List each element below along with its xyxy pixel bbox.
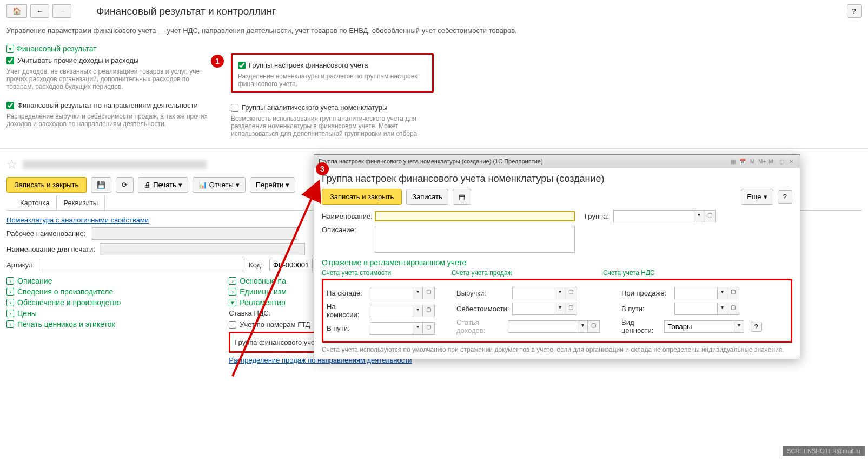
input-workname[interactable]: [92, 227, 297, 240]
dropdown-caret[interactable]: ▾: [555, 287, 565, 299]
checkbox-gtd[interactable]: [229, 321, 236, 329]
col2-header: Счета учета продаж: [452, 269, 581, 277]
hint-text: Возможность использования групп аналитич…: [231, 115, 426, 137]
mminus-icon[interactable]: M-: [767, 157, 776, 166]
dialog-more-button[interactable]: Еще ▾: [741, 189, 773, 205]
input-group[interactable]: [613, 210, 694, 222]
dropdown-caret[interactable]: ▾: [413, 287, 423, 299]
close-icon[interactable]: ✕: [787, 157, 796, 166]
input-name[interactable]: [375, 211, 575, 221]
tab-requisites[interactable]: Реквизиты: [56, 195, 105, 210]
hint-text: Учет доходов, не связанных с реализацией…: [6, 68, 212, 90]
goto-button[interactable]: Перейти ▾: [250, 177, 296, 193]
label-fingroup: Группа финансового учета:: [235, 338, 323, 346]
list-icon: ▤: [459, 193, 465, 201]
open-icon[interactable]: ▢: [588, 320, 600, 333]
refresh-button[interactable]: ⟳: [116, 177, 134, 193]
dropdown-caret[interactable]: ▾: [694, 210, 704, 222]
input-income-item[interactable]: [508, 320, 578, 333]
arrow-left-icon: ←: [36, 7, 43, 15]
calc-icon[interactable]: ▦: [728, 157, 737, 166]
reports-button[interactable]: 📊Отчеты ▾: [193, 177, 246, 193]
expand-icon: ›: [229, 277, 236, 285]
calendar-icon[interactable]: 📅: [738, 157, 747, 166]
home-icon: 🏠: [12, 7, 21, 15]
save-close-button[interactable]: Записать и закрыть: [6, 177, 87, 193]
input-desc[interactable]: [375, 226, 575, 253]
label-name: Наименование:: [322, 212, 370, 220]
input-commission[interactable]: [370, 305, 413, 317]
open-icon[interactable]: ▢: [423, 287, 435, 299]
checkbox-analytic-groups[interactable]: [231, 104, 238, 112]
input-revenue[interactable]: [512, 287, 555, 299]
checkbox-other-income[interactable]: [6, 57, 14, 64]
minimize-icon[interactable]: ▢: [777, 157, 786, 166]
dropdown-caret[interactable]: ▾: [578, 320, 588, 333]
input-code[interactable]: [269, 259, 313, 271]
input-printname[interactable]: [100, 243, 305, 255]
star-icon[interactable]: ☆: [6, 158, 17, 172]
mplus-icon[interactable]: M+: [758, 157, 766, 166]
dropdown-caret[interactable]: ▾: [718, 303, 727, 315]
checkbox-by-directions[interactable]: [6, 102, 14, 109]
link-description[interactable]: ›Описание: [6, 277, 121, 285]
expand-icon: ›: [6, 288, 14, 296]
save-button[interactable]: 💾: [91, 177, 111, 193]
open-icon[interactable]: ▢: [565, 303, 577, 315]
expand-icon: ›: [6, 310, 14, 317]
col3-header: Счета учета НДС: [603, 269, 733, 277]
input-transit[interactable]: [370, 322, 413, 335]
dialog-save-close-button[interactable]: Записать и закрыть: [322, 189, 402, 205]
collapse-icon: ▾: [6, 45, 14, 53]
input-cost[interactable]: [512, 303, 555, 315]
dropdown-caret[interactable]: ▾: [555, 303, 565, 315]
home-button[interactable]: 🏠: [6, 4, 27, 18]
col1-header: Счета учета стоимости: [322, 269, 430, 277]
dropdown-caret[interactable]: ▾: [413, 322, 423, 335]
section-regulated: Отражение в регламентированном учете: [322, 258, 792, 267]
hint-text: Распределение выручки и себестоимости пр…: [6, 113, 212, 128]
print-button[interactable]: 🖨Печать ▾: [138, 177, 188, 193]
open-icon[interactable]: ▢: [727, 287, 739, 299]
print-icon: 🖨: [144, 181, 151, 189]
report-icon: 📊: [198, 181, 207, 189]
help-button[interactable]: ?: [847, 4, 862, 18]
input-stock[interactable]: [370, 287, 413, 299]
tab-card[interactable]: Карточка: [13, 195, 56, 210]
label-printname: Наименование для печати:: [6, 245, 95, 253]
dialog-save-button[interactable]: Записать: [406, 189, 448, 205]
open-icon[interactable]: ▢: [704, 210, 716, 222]
section-toggle-finresult[interactable]: ▾ Финансовый результат: [6, 44, 862, 53]
link-provision[interactable]: ›Обеспечение и производство: [6, 298, 121, 307]
checkbox-label: Группы настроек финансового учета: [249, 61, 368, 69]
dropdown-caret[interactable]: ▾: [718, 287, 727, 299]
dialog-fingroup-create: Группа настроек финансового учета номенк…: [314, 154, 800, 359]
open-icon[interactable]: ▢: [565, 287, 577, 299]
open-icon[interactable]: ▢: [727, 303, 739, 315]
input-value-type[interactable]: [664, 320, 734, 333]
arrow-right-icon: →: [58, 7, 65, 15]
link-prices[interactable]: ›Цены: [6, 309, 121, 318]
watermark: SCREENSHOTER@mail.ru: [783, 446, 865, 456]
forward-button[interactable]: →: [52, 4, 71, 18]
dialog-title: Группа настроек финансового учета номенк…: [322, 173, 792, 185]
input-vat-transit[interactable]: [674, 303, 718, 315]
input-vat-sale[interactable]: [674, 287, 718, 299]
dialog-help-button[interactable]: ?: [778, 190, 792, 204]
annotation-badge-1: 1: [211, 55, 224, 68]
open-icon[interactable]: ▢: [423, 322, 435, 335]
dropdown-caret[interactable]: ▾: [413, 305, 423, 317]
input-sku[interactable]: [39, 259, 244, 271]
checkbox-fin-groups[interactable]: [238, 62, 246, 69]
link-print-tags[interactable]: ›Печать ценников и этикеток: [6, 320, 121, 329]
label-group: Группа:: [585, 212, 609, 220]
link-manufacturer[interactable]: ›Сведения о производителе: [6, 287, 121, 296]
m-icon[interactable]: M: [748, 157, 757, 166]
similar-items-link[interactable]: Номенклатура с аналогичными свойствами: [6, 216, 149, 224]
help-value-type[interactable]: ?: [751, 322, 762, 332]
dialog-list-button[interactable]: ▤: [453, 189, 471, 205]
expand-icon: ›: [6, 320, 14, 328]
dropdown-caret[interactable]: ▾: [734, 320, 744, 333]
open-icon[interactable]: ▢: [423, 305, 435, 317]
back-button[interactable]: ←: [30, 4, 49, 18]
